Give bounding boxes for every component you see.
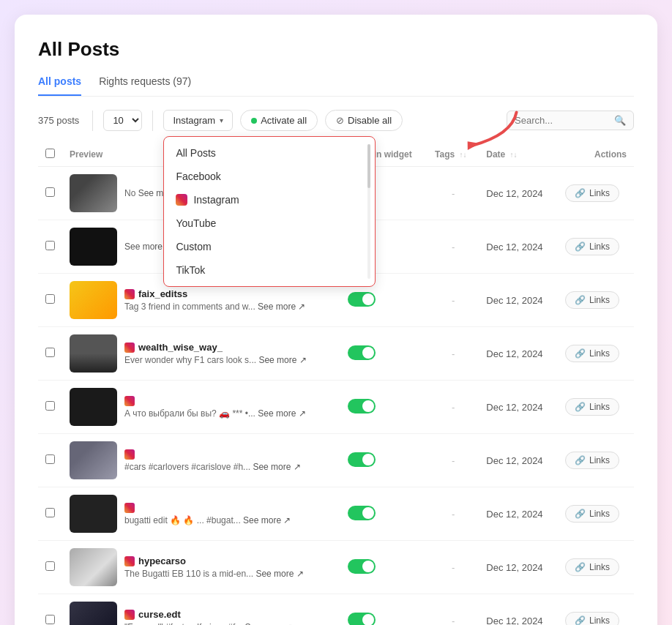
header-date[interactable]: Date ↑↓: [479, 143, 558, 167]
filter-option-label: All Posts: [176, 147, 215, 159]
see-more-link[interactable]: See more ↗: [243, 515, 291, 525]
row-toggle-cell: [340, 594, 428, 626]
preview-thumbnail: [70, 388, 117, 426]
filter-option-facebook[interactable]: Facebook: [164, 165, 375, 188]
preview-thumbnail: [70, 174, 117, 212]
activate-all-button[interactable]: Activate all: [240, 110, 318, 131]
filter-option-label: YouTube: [176, 217, 216, 229]
links-button[interactable]: 🔗 Links: [565, 345, 619, 362]
show-in-widget-toggle[interactable]: [348, 559, 376, 574]
post-info: curse.edt "For paul" #fastandfurious #f.…: [124, 609, 293, 625]
row-checkbox[interactable]: [45, 561, 55, 571]
row-date-cell: Dec 12, 2024: [479, 220, 558, 274]
links-button[interactable]: 🔗 Links: [565, 558, 619, 576]
row-checkbox[interactable]: [45, 294, 55, 304]
chevron-down-icon: ▾: [220, 116, 223, 124]
links-button[interactable]: 🔗 Links: [565, 505, 619, 523]
show-in-widget-toggle[interactable]: [348, 399, 376, 413]
header-checkbox: [38, 143, 62, 167]
search-input[interactable]: [515, 115, 610, 126]
post-info: А что выбрали бы вы? 🚗 *** •... See more…: [124, 396, 306, 419]
post-info: bugatti edit 🔥 🔥 ... #bugat... See more …: [124, 503, 291, 525]
row-actions-cell: 🔗 Links: [558, 434, 634, 487]
row-checkbox[interactable]: [45, 187, 55, 197]
row-date-cell: Dec 12, 2024: [479, 167, 558, 220]
see-more-link[interactable]: See more ↗: [255, 569, 303, 579]
links-button[interactable]: 🔗 Links: [565, 238, 619, 255]
row-tags-cell: -: [428, 274, 479, 327]
scrollbar-thumb[interactable]: [367, 144, 370, 188]
instagram-post-icon: [124, 343, 135, 353]
see-more-link[interactable]: See more ↗: [245, 622, 293, 625]
filter-option-youtube[interactable]: YouTube: [164, 212, 375, 235]
row-checkbox-cell: [38, 327, 62, 381]
show-in-widget-toggle[interactable]: [348, 613, 376, 626]
filter-option-tiktok[interactable]: TikTok: [164, 258, 375, 282]
see-more-link[interactable]: See more ↗: [258, 408, 305, 419]
scrollbar-track: [367, 144, 370, 279]
row-preview-cell: wealth_wise_way_ Ever wonder why F1 cars…: [62, 327, 340, 381]
activate-all-label: Activate all: [261, 115, 307, 126]
show-in-widget-toggle[interactable]: [348, 452, 376, 467]
disable-all-button[interactable]: ⊘ Disable all: [325, 110, 403, 131]
per-page-select[interactable]: 10 25 50: [103, 110, 142, 131]
row-checkbox[interactable]: [45, 401, 55, 411]
row-checkbox[interactable]: [45, 454, 55, 464]
row-toggle-cell: [340, 381, 428, 434]
show-in-widget-toggle[interactable]: [348, 292, 376, 307]
tab-rights-requests[interactable]: Rights requests (97): [99, 75, 191, 96]
tab-all-posts[interactable]: All posts: [38, 75, 81, 96]
row-date-cell: Dec 12, 2024: [479, 594, 558, 626]
post-info: faix_editss Tag 3 friend in comments and…: [124, 288, 305, 312]
filter-option-all-posts[interactable]: All Posts: [164, 141, 375, 165]
table-row: #cars #carlovers #carislove #h... See mo…: [38, 434, 634, 487]
show-in-widget-toggle[interactable]: [348, 506, 376, 520]
row-toggle-cell: [340, 487, 428, 541]
instagram-post-icon: [124, 289, 135, 299]
main-card: All Posts All posts Rights requests (97)…: [15, 15, 657, 625]
link-icon: 🔗: [575, 562, 586, 572]
row-actions-cell: 🔗 Links: [558, 327, 634, 381]
post-username: [124, 503, 291, 513]
link-icon: 🔗: [575, 455, 586, 465]
see-more-link[interactable]: See more ↗: [253, 462, 300, 472]
header-tags[interactable]: Tags ↑↓: [428, 143, 479, 167]
links-button[interactable]: 🔗 Links: [565, 452, 619, 469]
table-row: hypecarso The Bugatti EB 110 is a mid-en…: [38, 541, 634, 594]
row-checkbox[interactable]: [45, 348, 55, 357]
post-caption: The Bugatti EB 110 is a mid-en... See mo…: [124, 569, 304, 579]
filter-dropdown-btn[interactable]: Instagram ▾: [163, 110, 233, 131]
see-more-link[interactable]: See more ↗: [258, 355, 306, 365]
post-username: hypecarso: [124, 555, 304, 566]
link-icon: 🔗: [575, 188, 586, 198]
tabs-bar: All posts Rights requests (97): [38, 75, 634, 97]
row-checkbox[interactable]: [45, 241, 55, 250]
post-info: wealth_wise_way_ Ever wonder why F1 cars…: [124, 342, 307, 365]
row-preview-cell: hypecarso The Bugatti EB 110 is a mid-en…: [62, 541, 340, 594]
filter-option-instagram[interactable]: Instagram: [164, 188, 375, 212]
table-row: bugatti edit 🔥 🔥 ... #bugat... See more …: [38, 487, 634, 541]
date-sort-icon: ↑↓: [510, 151, 518, 159]
links-button[interactable]: 🔗 Links: [565, 184, 619, 202]
select-all-checkbox[interactable]: [45, 149, 55, 158]
row-tags-cell: -: [428, 167, 479, 220]
preview-thumbnail: [70, 441, 117, 479]
links-button[interactable]: 🔗 Links: [565, 291, 619, 309]
links-button[interactable]: 🔗 Links: [565, 612, 619, 625]
links-button[interactable]: 🔗 Links: [565, 398, 619, 416]
row-tags-cell: -: [428, 434, 479, 487]
link-icon: 🔗: [575, 242, 586, 252]
row-checkbox[interactable]: [45, 615, 55, 624]
show-in-widget-toggle[interactable]: [348, 345, 376, 360]
filter-option-custom[interactable]: Custom: [164, 235, 375, 258]
row-tags-cell: -: [428, 220, 479, 274]
table-row: curse.edt "For paul" #fastandfurious #f.…: [38, 594, 634, 626]
row-tags-cell: -: [428, 541, 479, 594]
post-caption: А что выбрали бы вы? 🚗 *** •... See more…: [124, 408, 306, 419]
post-username: [124, 449, 301, 460]
preview-thumbnail: [70, 495, 117, 533]
row-checkbox[interactable]: [45, 508, 55, 517]
disable-icon: ⊘: [336, 115, 344, 126]
see-more-link[interactable]: See more ↗: [258, 302, 305, 312]
activate-dot-icon: [251, 118, 257, 124]
